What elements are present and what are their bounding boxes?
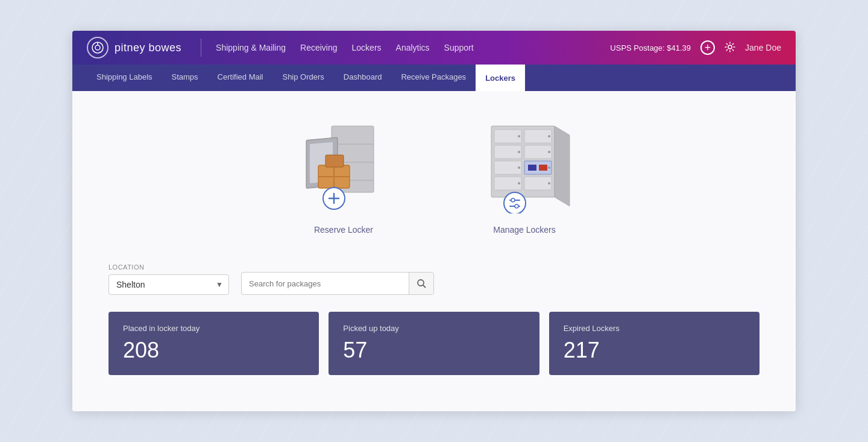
- postage-info: USPS Postage: $41.39: [610, 43, 691, 52]
- svg-rect-28: [524, 177, 552, 190]
- svg-rect-14: [326, 155, 344, 167]
- picked-up-label: Picked up today: [343, 324, 524, 333]
- package-search-input[interactable]: [242, 274, 409, 293]
- tab-dashboard[interactable]: Dashboard: [334, 65, 392, 91]
- top-nav: pitney bowes Shipping & Mailing Receivin…: [72, 31, 796, 65]
- reserve-locker-label: Reserve Locker: [314, 225, 373, 235]
- reserve-locker-action[interactable]: Reserve Locker: [289, 115, 398, 235]
- brand-name: pitney bowes: [115, 42, 181, 54]
- expired-lockers-label: Expired Lockers: [564, 324, 745, 333]
- top-nav-links: Shipping & Mailing Receiving Lockers Ana…: [216, 40, 610, 55]
- search-icon: [417, 279, 426, 288]
- location-select[interactable]: Shelton Hartford New Haven: [108, 274, 229, 295]
- stat-card-expired-lockers: Expired Lockers 217: [549, 312, 760, 375]
- expired-lockers-value: 217: [564, 338, 745, 363]
- tab-stamps[interactable]: Stamps: [162, 65, 208, 91]
- stat-card-picked-up: Picked up today 57: [329, 312, 539, 375]
- svg-rect-19: [494, 130, 521, 143]
- placed-in-locker-label: Placed in locker today: [123, 324, 304, 333]
- svg-point-1: [95, 45, 100, 50]
- location-select-wrapper: Shelton Hartford New Haven ▼: [108, 274, 229, 295]
- svg-rect-27: [539, 165, 547, 171]
- tab-lockers[interactable]: Lockers: [476, 65, 525, 91]
- svg-point-31: [518, 166, 520, 169]
- tab-certified-mail[interactable]: Certified Mail: [208, 65, 273, 91]
- svg-point-34: [548, 151, 550, 153]
- nav-lockers[interactable]: Lockers: [352, 40, 382, 55]
- svg-marker-37: [555, 126, 570, 206]
- svg-point-38: [504, 192, 526, 213]
- svg-point-40: [511, 198, 515, 202]
- tab-receive-packages[interactable]: Receive Packages: [391, 65, 476, 91]
- nav-analytics[interactable]: Analytics: [396, 40, 430, 55]
- manage-lockers-action[interactable]: Manage Lockers: [470, 115, 579, 235]
- main-window: pitney bowes Shipping & Mailing Receivin…: [72, 31, 796, 411]
- svg-point-42: [515, 204, 518, 208]
- pitney-bowes-logo-icon: [87, 37, 108, 58]
- nav-divider: [201, 39, 201, 57]
- second-nav: Shipping Labels Stamps Certified Mail Sh…: [72, 65, 796, 91]
- svg-line-44: [423, 285, 426, 288]
- logo-area: pitney bowes: [87, 37, 181, 58]
- nav-receiving[interactable]: Receiving: [300, 40, 337, 55]
- svg-rect-21: [494, 161, 521, 174]
- picked-up-value: 57: [343, 338, 524, 363]
- search-wrapper: [241, 272, 434, 295]
- svg-point-36: [548, 182, 550, 185]
- svg-point-30: [518, 151, 520, 153]
- content-area: Reserve Locker: [72, 91, 796, 411]
- placed-in-locker-value: 208: [123, 338, 304, 363]
- reserve-locker-illustration: [289, 115, 398, 218]
- svg-point-32: [518, 182, 520, 185]
- nav-support[interactable]: Support: [444, 40, 474, 55]
- settings-icon[interactable]: [725, 42, 735, 54]
- svg-point-35: [548, 166, 550, 169]
- svg-rect-24: [524, 145, 552, 159]
- svg-point-29: [518, 135, 520, 137]
- svg-rect-20: [494, 145, 521, 159]
- svg-point-33: [548, 135, 550, 137]
- user-name[interactable]: Jane Doe: [745, 43, 781, 52]
- search-button[interactable]: [409, 273, 433, 294]
- svg-rect-23: [524, 130, 552, 143]
- top-nav-right: USPS Postage: $41.39 + Jane Doe: [610, 40, 781, 55]
- svg-rect-22: [494, 177, 521, 190]
- add-postage-button[interactable]: +: [700, 40, 715, 55]
- svg-rect-26: [528, 165, 536, 171]
- locker-actions: Reserve Locker: [108, 115, 760, 235]
- location-label: LOCATION: [108, 264, 229, 271]
- manage-lockers-label: Manage Lockers: [493, 225, 556, 235]
- filter-row: LOCATION Shelton Hartford New Haven ▼: [108, 264, 760, 295]
- nav-shipping-mailing[interactable]: Shipping & Mailing: [216, 40, 286, 55]
- tab-shipping-labels[interactable]: Shipping Labels: [87, 65, 162, 91]
- location-group: LOCATION Shelton Hartford New Haven ▼: [108, 264, 229, 295]
- manage-lockers-illustration: [470, 115, 579, 218]
- svg-point-3: [728, 45, 732, 49]
- stats-row: Placed in locker today 208 Picked up tod…: [108, 312, 760, 375]
- stat-card-placed-in-locker: Placed in locker today 208: [108, 312, 319, 375]
- tab-ship-orders[interactable]: Ship Orders: [272, 65, 333, 91]
